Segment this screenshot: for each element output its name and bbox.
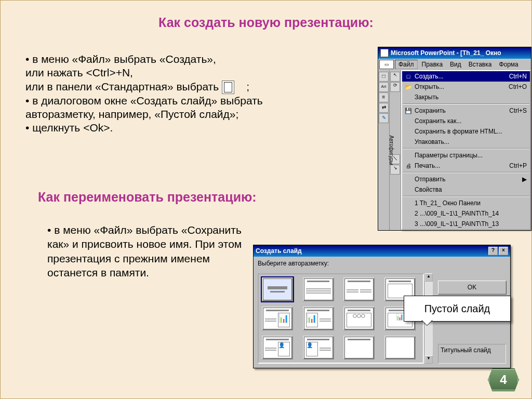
doc-icon: ▭ (379, 60, 394, 69)
tb-icon[interactable]: ↘ (390, 165, 400, 175)
menu-item-icon (404, 175, 413, 183)
menu-item-label: 1 Th_21_ Окно Панели (415, 200, 503, 207)
instr-line: или в панели «Стандартная» выбрать ; (25, 80, 270, 94)
menubar-file[interactable]: Файл (395, 60, 418, 69)
menu-item-icon (404, 93, 413, 101)
menubar-format[interactable]: Форма (496, 60, 521, 69)
menu-item-label: 2 ...\009_IL~1\1_PAINT\Th_14 (415, 210, 503, 217)
layout-blank[interactable] (384, 336, 416, 360)
dialog-titlebar: Создать слайд ? × (254, 245, 510, 257)
menu-item[interactable]: 💾СохранитьCtrl+S (402, 105, 530, 116)
menu-item-shortcut: ▶ (503, 176, 527, 183)
menu-item-label: Печать... (415, 162, 503, 169)
menu-item[interactable]: Закрыть (402, 92, 530, 102)
menu-item[interactable]: 3 ...\009_IL~1\1_PAINT\Th_13 (402, 219, 530, 229)
menu-separator (403, 172, 529, 173)
menu-separator (403, 196, 529, 197)
menu-item-shortcut: Ctrl+S (503, 107, 527, 114)
layout-two-col[interactable] (343, 277, 375, 301)
help-button[interactable]: ? (488, 247, 498, 255)
menu-item[interactable]: 2 ...\009_IL~1\1_PAINT\Th_14 (402, 208, 530, 219)
file-menu: □Создать...Ctrl+N📂Открыть...Ctrl+OЗакрыт… (401, 70, 531, 230)
menu-item-label: Закрыть (415, 94, 503, 101)
menu-item-icon (404, 199, 413, 207)
menu-item[interactable]: 🖨Печать...Ctrl+P (402, 161, 530, 171)
layout-text-clip[interactable]: 👤 (262, 336, 293, 360)
blank-slide-callout: Пустой слайд (404, 296, 511, 322)
menu-item-shortcut: Ctrl+O (503, 83, 527, 90)
instr-line: • в меню «Файл» выбрать «Создать», (25, 52, 270, 66)
menu-item[interactable]: □Создать...Ctrl+N (402, 71, 530, 82)
tb-icon[interactable]: ≡ (379, 92, 389, 102)
menubar-edit[interactable]: Правка (419, 60, 446, 69)
menu-item-icon (404, 209, 413, 218)
menu-item-label: Сохранить в формате HTML... (415, 128, 503, 135)
powerpoint-window: ▣ Microsoft PowerPoint - [Th_21_ Окно ▭ … (378, 47, 531, 231)
instructions-create: • в меню «Файл» выбрать «Создать», или н… (25, 52, 270, 135)
menu-item-icon (404, 127, 413, 136)
menu-item-shortcut: Ctrl+P (503, 162, 527, 169)
menu-item-icon (404, 151, 413, 159)
menu-item-label: Открыть... (415, 83, 503, 90)
layout-clip-text[interactable]: 👤 (303, 336, 334, 360)
scroll-up-button[interactable]: ▲ (424, 273, 433, 282)
instr-line: или нажать <Ctrl>+N, (25, 66, 270, 79)
instructions-rename: • в меню «Файл» выбрать «Сохранить как» … (47, 223, 250, 280)
layout-title-only[interactable] (343, 336, 375, 360)
menu-item-label: Упаковать... (415, 138, 503, 145)
layout-text-chart[interactable]: 📊 (262, 307, 293, 330)
close-button[interactable]: × (499, 247, 508, 255)
menu-item-shortcut: Ctrl+N (503, 73, 527, 80)
menu-item-icon: □ (404, 72, 413, 81)
menu-separator (403, 148, 529, 149)
subtitle-rename: Как переименовать презентацию: (38, 190, 257, 205)
instr-line: • в диалоговом окне «Создать слайд» выбр… (25, 94, 270, 122)
font-box[interactable]: Ari (379, 82, 389, 92)
menubar-view[interactable]: Вид (447, 60, 464, 69)
pp-titlebar: ▣ Microsoft PowerPoint - [Th_21_ Окно (378, 47, 531, 59)
menu-item[interactable]: 1 Th_21_ Окно Панели (402, 198, 530, 208)
menu-item[interactable]: Сохранить как... (402, 116, 530, 126)
menu-item-icon (404, 117, 413, 125)
menu-item-label: Отправить (415, 176, 503, 183)
menu-item[interactable]: 📂Открыть...Ctrl+O (402, 82, 530, 92)
menu-item[interactable]: Отправить▶ (402, 174, 530, 184)
menu-item-icon (404, 185, 413, 194)
menu-item-icon: 📂 (404, 83, 413, 91)
menu-item-label: Создать... (415, 73, 503, 80)
menubar-insert[interactable]: Вставка (466, 60, 495, 69)
tb-rotate-icon[interactable]: ⟳ (390, 82, 400, 92)
layout-title-slide[interactable] (262, 277, 293, 301)
tb-icon[interactable]: ⇄ (379, 103, 389, 113)
menu-item-label: Параметры страницы... (415, 152, 503, 159)
menu-item-icon: 🖨 (404, 162, 413, 170)
layout-chart-text[interactable]: 📊 (303, 307, 334, 330)
ok-button[interactable]: OK (438, 281, 506, 294)
scroll-down-button[interactable]: ▼ (424, 355, 433, 364)
menu-item[interactable]: Свойства (402, 184, 530, 195)
menu-item[interactable]: Упаковать... (402, 137, 530, 147)
page-title: Как создать новую презентацию: (1, 15, 531, 30)
app-icon: ▣ (380, 49, 389, 57)
menu-item-icon: 💾 (404, 107, 413, 115)
tb-arrow-icon[interactable]: ↖ (390, 72, 400, 82)
menu-item[interactable]: Сохранить в формате HTML... (402, 126, 530, 137)
menu-item[interactable]: Параметры страницы... (402, 150, 530, 161)
menu-item-label: Сохранить (415, 107, 503, 114)
menu-item-label: 3 ...\009_IL~1\1_PAINT\Th_13 (415, 220, 503, 228)
menu-item-icon (404, 138, 413, 146)
menu-item-label: Свойства (415, 186, 503, 193)
menu-item-label: Сохранить как... (415, 117, 503, 125)
toolbar-left: □ Ari ≡ ⇄ ✎ (378, 70, 390, 230)
layout-bulleted[interactable] (303, 277, 334, 301)
dialog-label: Выберите авторазметку: (254, 257, 510, 267)
tb-paint-icon[interactable]: ✎ (379, 113, 389, 123)
layout-grid: 📊 📊 ⬡⬡⬡ 📊 👤 👤 (258, 273, 424, 364)
menu-separator (403, 103, 529, 104)
menu-item-icon (404, 220, 413, 228)
toolbar-autoshapes: ↖ ⟳ Автофигуры ＼ ↘ (390, 70, 401, 230)
instr-line: • щелкнуть <Ok>. (25, 121, 270, 135)
page-number: 4 (488, 368, 519, 391)
layout-org-chart[interactable]: ⬡⬡⬡ (343, 307, 375, 330)
tb-new-icon[interactable]: □ (379, 72, 389, 82)
